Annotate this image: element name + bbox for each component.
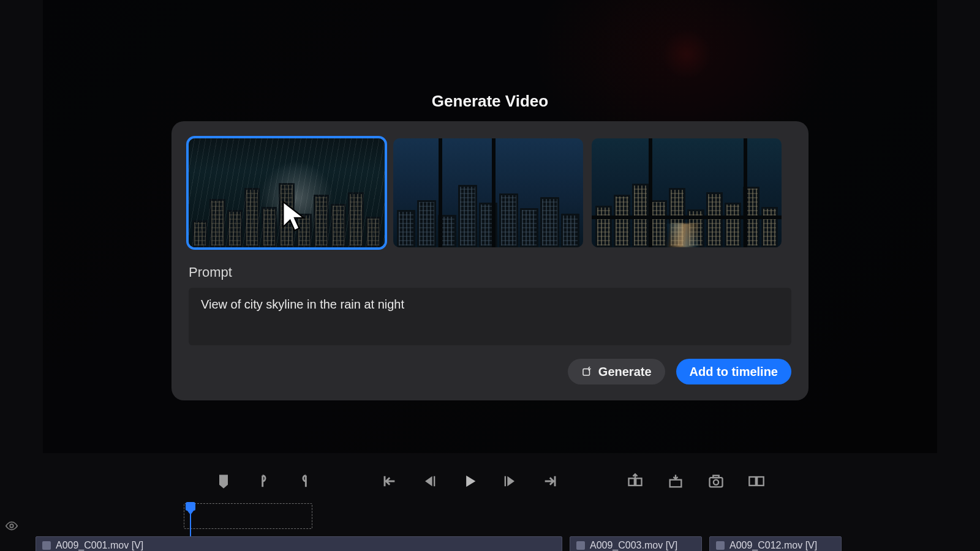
step-forward-icon[interactable] bbox=[502, 473, 519, 490]
modal-button-row: Generate Add to timeline bbox=[189, 359, 791, 384]
clip-1-label: A009_C001.mov [V] bbox=[56, 540, 143, 551]
mark-out-icon[interactable] bbox=[296, 473, 313, 490]
video-track: A009_C001.mov [V] A009_C003.mov [V] A009… bbox=[36, 536, 980, 551]
comparison-view-icon[interactable] bbox=[748, 473, 765, 490]
generate-button[interactable]: Generate bbox=[568, 359, 665, 384]
svg-rect-2 bbox=[636, 478, 641, 485]
prompt-input[interactable] bbox=[189, 288, 791, 345]
go-to-in-icon[interactable] bbox=[380, 473, 398, 490]
generate-video-panel: Prompt Generate Add to timeline bbox=[172, 121, 809, 400]
svg-rect-6 bbox=[713, 476, 718, 478]
svg-rect-4 bbox=[710, 478, 723, 487]
work-area-marker[interactable] bbox=[184, 503, 312, 529]
clip-3-label: A009_C012.mov [V] bbox=[729, 540, 817, 551]
clip-2-label: A009_C003.mov [V] bbox=[590, 540, 677, 551]
marker-icon[interactable] bbox=[215, 473, 232, 490]
fx-badge-icon bbox=[716, 541, 725, 550]
results-row bbox=[189, 138, 791, 247]
insert-icon[interactable] bbox=[627, 473, 644, 490]
add-to-timeline-button[interactable]: Add to timeline bbox=[676, 359, 791, 384]
svg-rect-1 bbox=[629, 478, 635, 485]
clip-3[interactable]: A009_C012.mov [V] bbox=[709, 536, 842, 551]
result-thumbnail-2[interactable] bbox=[393, 138, 583, 247]
mark-in-icon[interactable] bbox=[255, 473, 273, 490]
prompt-label: Prompt bbox=[189, 264, 791, 280]
result-thumbnail-1[interactable] bbox=[189, 138, 385, 247]
overwrite-icon[interactable] bbox=[667, 473, 684, 490]
svg-rect-7 bbox=[749, 477, 756, 485]
track-visibility-icon[interactable] bbox=[5, 519, 18, 533]
play-icon[interactable] bbox=[461, 473, 478, 490]
fx-badge-icon bbox=[42, 541, 51, 550]
modal-title: Generate Video bbox=[0, 92, 980, 111]
result-thumbnail-3[interactable] bbox=[592, 138, 782, 247]
clip-1[interactable]: A009_C001.mov [V] bbox=[36, 536, 562, 551]
generate-sparkle-icon bbox=[581, 366, 592, 377]
svg-point-9 bbox=[10, 524, 13, 528]
svg-rect-3 bbox=[670, 480, 682, 487]
clip-2[interactable]: A009_C003.mov [V] bbox=[570, 536, 702, 551]
step-back-icon[interactable] bbox=[421, 473, 438, 490]
export-frame-icon[interactable] bbox=[707, 473, 725, 490]
generate-button-label: Generate bbox=[598, 365, 652, 379]
timeline-panel: A009_C001.mov [V] A009_C003.mov [V] A009… bbox=[0, 502, 980, 551]
svg-point-5 bbox=[714, 480, 718, 485]
svg-rect-8 bbox=[757, 477, 764, 485]
go-to-out-icon[interactable] bbox=[542, 473, 559, 490]
add-to-timeline-label: Add to timeline bbox=[690, 365, 778, 379]
transport-controls bbox=[0, 473, 980, 490]
fx-badge-icon bbox=[576, 541, 585, 550]
